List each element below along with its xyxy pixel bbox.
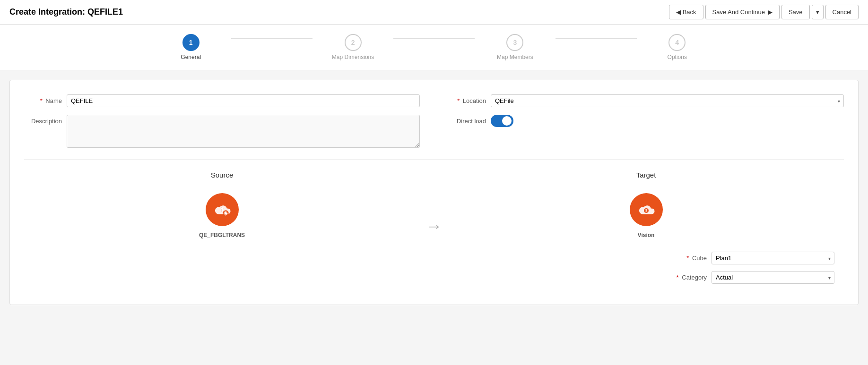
source-target-section: Source [24,160,844,290]
description-label: Description [24,115,62,125]
step-connector-1-2 [231,38,312,39]
source-half: Source [24,171,420,290]
source-title: Source [211,171,234,179]
direct-load-toggle-wrap [491,115,513,127]
name-input[interactable] [67,94,420,107]
arrow-connector: → [420,171,448,281]
category-row: * Category Actual ▾ [458,271,834,284]
save-dropdown-button[interactable]: ▾ [812,5,824,19]
target-fields: * Cube Plan1 ▾ [448,252,844,290]
svg-rect-5 [225,214,226,216]
svg-text:$: $ [645,209,647,212]
description-row: Description [24,115,420,148]
page-title: Create Integration: QEFILE1 [9,7,123,17]
step-3-label: Map Members [497,54,533,60]
category-select[interactable]: Actual [712,271,834,284]
category-label: * Category [674,274,707,281]
step-3-circle: 3 [506,34,523,51]
back-button[interactable]: ◀ Back [669,5,703,19]
stepper-container: 1 General 2 Map Dimensions 3 Map Members… [0,25,868,70]
step-4-options[interactable]: 4 Options [637,34,718,60]
target-icon-wrap: $ [630,193,663,226]
svg-rect-6 [223,213,225,213]
form-section-top: * Name Description * Locatio [24,94,844,160]
main-content: * Name Description * Locatio [0,70,868,314]
dropdown-arrow-icon: ▾ [816,8,819,16]
direct-load-row: Direct load [448,115,844,127]
toggle-slider [491,115,513,127]
step-2-label: Map Dimensions [332,54,374,60]
cube-row: * Cube Plan1 ▾ [458,252,834,264]
direct-load-toggle[interactable] [491,115,513,127]
save-button[interactable]: Save [781,5,810,19]
stepper: 1 General 2 Map Dimensions 3 Map Members… [150,34,718,60]
category-required-star: * [677,274,679,281]
step-connector-3-4 [556,38,636,39]
target-half: Target $ Vision [448,171,844,290]
step-connector-2-3 [393,38,474,39]
step-1-label: General [181,54,201,60]
name-row: * Name [24,94,420,107]
step-2-map-dimensions[interactable]: 2 Map Dimensions [312,34,393,60]
save-and-continue-button[interactable]: Save And Continue ▶ [705,5,780,19]
location-select-wrap: QEFile ▾ [491,94,844,107]
svg-rect-4 [225,211,226,212]
target-cloud-icon: $ [637,200,656,219]
location-required-star: * [457,97,460,104]
source-cloud-icon [213,200,232,219]
source-name-label: QE_FBGLTRANS [199,232,245,238]
cube-label: * Cube [674,255,707,262]
cube-select-wrap: Plan1 ▾ [712,252,834,264]
step-4-circle: 4 [668,34,686,51]
left-form-fields: * Name Description [24,94,420,148]
direct-load-label: Direct load [448,115,486,125]
right-form-fields: * Location QEFile ▾ Direct load [448,94,844,148]
cancel-button[interactable]: Cancel [825,5,859,19]
name-required-star: * [40,97,43,104]
target-name-label: Vision [638,232,655,238]
step-1-circle: 1 [182,34,200,51]
right-arrow-icon: → [425,216,443,236]
step-2-circle: 2 [345,34,362,51]
name-label: * Name [24,94,62,104]
category-select-wrap: Actual ▾ [712,271,834,284]
chevron-left-icon: ◀ [676,8,681,16]
header-bar: Create Integration: QEFILE1 ◀ Back Save … [0,0,868,25]
target-title: Target [636,171,656,179]
location-row: * Location QEFile ▾ [448,94,844,107]
location-label: * Location [448,94,486,104]
svg-rect-7 [227,213,228,213]
source-target-row: Source [24,171,844,290]
cube-required-star: * [686,255,689,262]
description-input[interactable] [67,115,420,148]
step-1-general[interactable]: 1 General [150,34,231,60]
header-actions: ◀ Back Save And Continue ▶ Save ▾ Cancel [669,5,859,19]
step-3-map-members[interactable]: 3 Map Members [475,34,556,60]
source-icon-wrap [206,193,239,226]
location-select[interactable]: QEFile [491,94,844,107]
form-card: * Name Description * Locatio [9,80,859,305]
step-4-label: Options [668,54,687,60]
chevron-right-icon: ▶ [768,8,773,16]
cube-select[interactable]: Plan1 [712,252,834,264]
